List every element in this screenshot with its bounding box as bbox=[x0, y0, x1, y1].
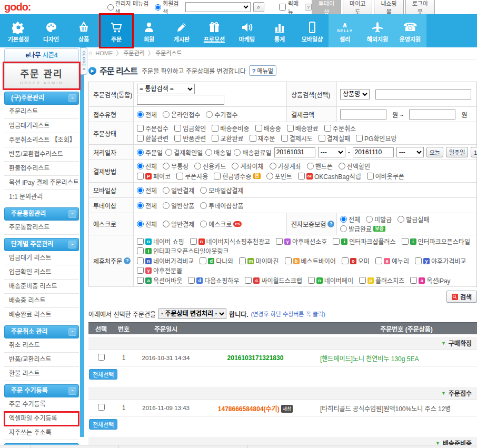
nav-item-palette[interactable]: 디자인 bbox=[35, 14, 67, 47]
sidebar-section-header[interactable]: (구)주문관리- bbox=[4, 92, 79, 105]
radio-input[interactable] bbox=[163, 111, 170, 118]
checkbox-option[interactable]: 교환완료 bbox=[212, 134, 243, 143]
sidebar-item[interactable]: 반품/교환리스트 bbox=[4, 353, 79, 367]
radio-option[interactable]: 미발급 bbox=[366, 215, 392, 224]
radio-option[interactable]: 전체 bbox=[137, 220, 157, 228]
search-button[interactable]: 검색 bbox=[446, 291, 477, 303]
sidebar-item[interactable]: 입금대기 리스트 bbox=[4, 251, 79, 265]
radio-input[interactable] bbox=[137, 111, 144, 118]
radio-input[interactable] bbox=[340, 225, 347, 232]
sidebar-section-header[interactable]: 주문 수기등록- bbox=[4, 384, 79, 397]
checkbox-option[interactable]: 환불관련 bbox=[137, 134, 168, 143]
checkbox-option[interactable]: a옥션어바웃 bbox=[137, 276, 182, 285]
radio-input[interactable] bbox=[137, 221, 144, 227]
radio-option[interactable]: 전체 bbox=[137, 186, 157, 195]
checkbox-option[interactable]: 배송중 bbox=[255, 124, 281, 133]
sidebar-section-header[interactable]: 단계별 주문관리- bbox=[4, 238, 79, 251]
order-row-checkbox[interactable] bbox=[98, 404, 105, 411]
sidebar-close-tab[interactable]: CLOSE X bbox=[80, 47, 87, 75]
checkbox-option[interactable]: 결제시도 bbox=[281, 134, 313, 143]
checkbox-option[interactable]: 입금확인 bbox=[174, 124, 206, 133]
check-input[interactable] bbox=[239, 257, 246, 264]
radio-input[interactable] bbox=[163, 202, 170, 209]
radio-input[interactable] bbox=[165, 149, 172, 156]
checkbox-option[interactable]: 결제실패 bbox=[319, 134, 350, 143]
checkbox-option[interactable]: 주문취소 bbox=[324, 124, 356, 133]
collapse-minus-icon[interactable]: - bbox=[68, 241, 76, 248]
check-input[interactable] bbox=[281, 135, 288, 142]
check-input[interactable] bbox=[190, 238, 197, 245]
check-input[interactable] bbox=[287, 125, 294, 132]
checkbox-option[interactable]: 반품관련 bbox=[174, 134, 206, 143]
home-icon[interactable]: ⌂ bbox=[88, 49, 92, 57]
text-input[interactable] bbox=[375, 89, 471, 99]
radio-input[interactable] bbox=[200, 202, 207, 209]
select[interactable]: 상품명 bbox=[340, 89, 370, 99]
help-icon[interactable]: ? bbox=[124, 257, 131, 264]
member-search-radio[interactable]: 회원검색 bbox=[155, 0, 183, 16]
manual-button[interactable]: ? 매뉴얼 bbox=[249, 65, 276, 76]
radio-option[interactable]: 일반결제 bbox=[163, 220, 194, 228]
radio-input[interactable] bbox=[266, 173, 273, 180]
check-input[interactable] bbox=[245, 277, 252, 284]
radio-input[interactable] bbox=[163, 187, 170, 194]
nav-item-selly[interactable]: ∧SELLY셀리 bbox=[329, 14, 361, 47]
check-input[interactable] bbox=[137, 277, 144, 284]
sidebar-item[interactable]: 반품/교환접수리스트 bbox=[4, 147, 79, 162]
skin-tab[interactable]: e나무 시즌4 bbox=[4, 48, 79, 62]
nav-item-plane[interactable]: 해외지원 bbox=[361, 14, 394, 47]
header-search-button[interactable]: ⌕ bbox=[253, 2, 264, 12]
checkbox-option[interactable]: y야후패션소호 bbox=[276, 237, 327, 246]
sidebar-item[interactable]: 주문통합리스트 bbox=[4, 221, 79, 235]
radio-option[interactable]: 가상계좌 bbox=[270, 162, 301, 171]
date-range-button[interactable]: 오늘 bbox=[426, 147, 443, 157]
checkbox-option[interactable]: 쿠폰사용 bbox=[176, 172, 208, 181]
check-input[interactable] bbox=[137, 267, 144, 274]
checkbox-option[interactable]: 어바웃쿠폰 bbox=[367, 172, 404, 181]
radio-option[interactable]: 전체 bbox=[137, 201, 157, 210]
checkbox-option[interactable]: o오미 bbox=[342, 256, 370, 265]
sidebar-item[interactable]: 입금확인 리스트 bbox=[4, 265, 79, 280]
text-input[interactable] bbox=[137, 95, 224, 105]
check-input[interactable] bbox=[356, 135, 363, 142]
check-input[interactable] bbox=[137, 238, 144, 245]
nav-item-person[interactable]: 회원 bbox=[133, 14, 165, 47]
radio-input[interactable] bbox=[163, 221, 170, 227]
text-input[interactable] bbox=[274, 147, 315, 157]
check-input[interactable] bbox=[137, 247, 144, 254]
radio-option[interactable]: 배송완료일 bbox=[234, 148, 271, 157]
group-triangle-icon[interactable]: ▼ bbox=[441, 341, 446, 346]
sidebar-item[interactable]: 배송중 리스트 bbox=[4, 294, 79, 308]
radio-input[interactable] bbox=[137, 202, 144, 209]
sidebar-item[interactable]: 취소 리스트 bbox=[4, 339, 79, 353]
radio-option[interactable]: 무통장 bbox=[163, 162, 188, 171]
sidebar-item[interactable]: 옥션 iPay 결제 주문리스트 bbox=[4, 176, 79, 190]
select[interactable]: = 통합검색 = bbox=[137, 84, 195, 94]
radio-option[interactable]: 모바일샵결제 bbox=[200, 186, 243, 195]
check-input[interactable] bbox=[298, 173, 305, 180]
checkbox-option[interactable]: i인터파크오픈스타일아웃링크 bbox=[137, 246, 229, 255]
date-range-button[interactable]: 15일 bbox=[471, 147, 477, 157]
checkbox-option[interactable]: n네이버가격비교 bbox=[137, 256, 194, 265]
checkbox-option[interactable]: d다음쇼핑하우 bbox=[188, 276, 239, 285]
check-input[interactable] bbox=[137, 125, 144, 132]
sidebar-item[interactable]: 주문 수기등록 bbox=[4, 397, 79, 412]
checkbox-option[interactable]: n네이버지식쇼핑추천광고 bbox=[190, 237, 270, 246]
checkbox-option[interactable]: PG확인요망 bbox=[356, 134, 397, 143]
check-input[interactable] bbox=[359, 277, 366, 284]
sidebar-item[interactable]: 배송준비중 리스트 bbox=[4, 280, 79, 294]
radio-option[interactable]: 포인트 bbox=[266, 172, 292, 181]
radio-option[interactable]: 투데이샵상품 bbox=[200, 201, 243, 210]
select-all-button[interactable]: 전체선택 bbox=[89, 419, 117, 430]
nav-item-chart[interactable]: 통계 bbox=[263, 14, 296, 47]
radio-option[interactable]: 신용카드 bbox=[194, 162, 226, 171]
check-input[interactable] bbox=[342, 257, 349, 264]
radio-input[interactable] bbox=[232, 163, 238, 170]
sidebar-item[interactable]: 배송완료 리스트 bbox=[4, 308, 79, 322]
check-input[interactable] bbox=[250, 135, 256, 142]
check-input[interactable] bbox=[324, 125, 331, 132]
order-product-link[interactable]: [핸드메이드]노니 천연비누 130g 5EA bbox=[313, 354, 477, 363]
collapse-minus-icon[interactable]: - bbox=[68, 94, 76, 102]
check-input[interactable] bbox=[212, 135, 218, 142]
sidebar-item[interactable]: 1:1 문의관리 bbox=[4, 190, 79, 204]
